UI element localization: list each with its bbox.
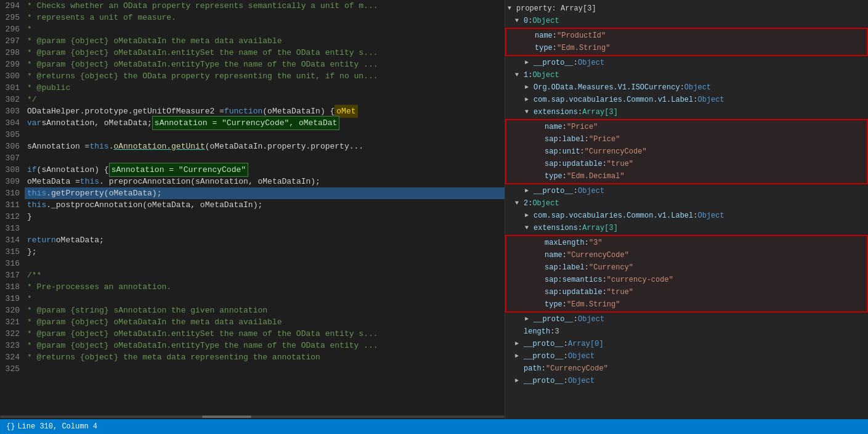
token: sAnnotation, oMetaData;	[41, 117, 152, 129]
token: ._postprocAnnotation(oMetaData, oMetaDat…	[46, 199, 262, 211]
tree-node[interactable]: ► __proto__ : Object	[505, 57, 868, 69]
tree-panel[interactable]: ▼ property: Array[3] ▼ 0 : Object name :…	[505, 0, 868, 419]
tree-node[interactable]: sap:semantics : "currency-code"	[506, 274, 867, 286]
line-number: 306	[2, 141, 20, 152]
tree-node-key: com.sap.vocabularies.Common.v1.Label	[533, 210, 693, 221]
tree-value: Object	[697, 94, 724, 105]
tree-node-arrow: ►	[525, 57, 533, 68]
code-content[interactable]: * Checks whether an OData property repre…	[25, 0, 505, 414]
code-line: };	[25, 246, 505, 258]
tree-node[interactable]: name : "CurrencyCode"	[506, 249, 867, 261]
code-line: if (sAnnotation) { sAnnotation = "Curren…	[25, 164, 505, 176]
tree-node[interactable]: sap:label : "Currency"	[506, 261, 867, 274]
code-line: * @param {object} oMetaDataIn.entitySet …	[25, 47, 505, 59]
line-number: 295	[2, 12, 20, 23]
tree-value: Object	[684, 82, 711, 93]
tree-node[interactable]: ► __proto__ : Array[0]	[505, 338, 868, 350]
tree-value: Object	[578, 314, 604, 325]
tree-value: "Price"	[589, 134, 620, 145]
line-number: 305	[2, 129, 20, 141]
code-line: * @param {object} oMetaDataIn the meta d…	[25, 35, 505, 47]
code-line: * @returns {object} the meta data repres…	[25, 351, 505, 363]
code-line	[25, 258, 505, 269]
token: * @param {object} oMetaDataIn.entitySet …	[27, 47, 378, 59]
tree-node-key: sap:updatable	[545, 158, 602, 170]
tree-value: "Edm.String"	[567, 299, 620, 310]
tree-value: Object	[532, 198, 559, 209]
scrollbar-thumb[interactable]	[202, 416, 251, 418]
tree-node[interactable]: ▼ extensions : Array[3]	[505, 106, 868, 118]
status-icon: {}	[6, 422, 15, 431]
tree-value: "3"	[589, 237, 602, 248]
tree-colon: :	[574, 57, 578, 68]
tree-value: 3	[554, 326, 559, 337]
tree-node[interactable]: name : "Price"	[506, 121, 867, 133]
code-line: * @param {object} oMetaDataIn the meta d…	[25, 316, 505, 328]
line-number: 298	[2, 47, 20, 59]
tree-node-key: __proto__	[533, 314, 574, 325]
code-line	[25, 152, 505, 164]
tree-root-arrow: ▼	[508, 3, 516, 14]
tree-node[interactable]: ► __proto__ : Object	[505, 350, 868, 362]
tree-colon: :	[562, 121, 567, 133]
code-line	[25, 223, 505, 234]
token: oAnnotation.getUnit	[113, 141, 205, 152]
token: oMetaData =	[27, 176, 80, 187]
code-line: * Pre-processes an annotation.	[25, 281, 505, 293]
tree-node[interactable]: name : "ProductId"	[506, 30, 867, 42]
code-line: */	[25, 94, 505, 105]
tree-colon: :	[680, 82, 684, 93]
tree-title: ▼ property: Array[3]	[505, 2, 868, 15]
tree-node-key: name	[545, 121, 562, 133]
tree-colon: :	[528, 198, 532, 209]
tree-node-arrow: ▼	[515, 198, 524, 209]
tree-node[interactable]: path : "CurrencyCode"	[505, 362, 868, 375]
token: sAnnotation = "CurrencyCode", oMetaDat	[152, 116, 339, 130]
tree-node[interactable]: ► com.sap.vocabularies.Common.v1.Label :…	[505, 94, 868, 106]
tree-node[interactable]: sap:updatable : "true"	[506, 158, 867, 170]
line-number: 324	[2, 351, 20, 363]
line-number: 304	[2, 117, 20, 129]
tree-node[interactable]: sap:unit : "CurrencyCode"	[506, 145, 867, 158]
tree-node[interactable]: type : "Edm.String"	[506, 298, 867, 311]
tree-colon: :	[578, 223, 582, 234]
tree-node[interactable]: type : "Edm.String"	[506, 42, 867, 54]
tree-value: Object	[532, 70, 559, 81]
code-line: * @returns {object} the OData property r…	[25, 70, 505, 82]
token: * @returns {object} the meta data repres…	[27, 351, 320, 363]
tree-colon: :	[585, 134, 589, 145]
line-number: 307	[2, 152, 20, 164]
tree-value: "Edm.Decimal"	[567, 171, 625, 182]
tree-node[interactable]: ► __proto__ : Object	[505, 185, 868, 197]
line-number: 314	[2, 234, 20, 246]
line-number: 312	[2, 211, 20, 223]
code-line: * @public	[25, 82, 505, 94]
tree-node[interactable]: ► __proto__ : Object	[505, 375, 868, 387]
tree-node[interactable]: length : 3	[505, 326, 868, 338]
tree-node[interactable]: ► Org.OData.Measures.V1.ISOCurrency : Ob…	[505, 81, 868, 94]
tree-node[interactable]: ▼ 0 : Object	[505, 15, 868, 27]
tree-node[interactable]: ► com.sap.vocabularies.Common.v1.Label :…	[505, 210, 868, 222]
tree-node-arrow: ►	[515, 338, 524, 350]
tree-node-key: type	[535, 43, 553, 54]
tree-node-arrow: ►	[525, 210, 533, 221]
main-container: 2942952962972982993003013023033043053063…	[0, 0, 868, 419]
tree-node[interactable]: ► __proto__ : Object	[505, 313, 868, 326]
line-number: 301	[2, 82, 20, 94]
tree-node[interactable]: sap:label : "Price"	[506, 133, 867, 145]
tree-node[interactable]: maxLength : "3"	[506, 237, 867, 249]
tree-node[interactable]: ▼ 1 : Object	[505, 69, 868, 81]
code-line: * Checks whether an OData property repre…	[25, 0, 505, 12]
tree-node[interactable]: sap:updatable : "true"	[506, 286, 867, 298]
tree-node[interactable]: type : "Edm.Decimal"	[506, 170, 867, 182]
code-line: * @param {object} oMetaDataIn.entityType…	[25, 59, 505, 70]
tree-node[interactable]: ▼ 2 : Object	[505, 197, 868, 210]
tree-node-key: sap:label	[545, 262, 585, 273]
tree-value: "true"	[607, 158, 633, 170]
token: * @param {object} oMetaDataIn.entityType…	[27, 340, 378, 351]
tree-node-key: __proto__	[533, 57, 574, 68]
line-number: 303	[2, 105, 20, 117]
line-number: 323	[2, 340, 20, 351]
tree-node[interactable]: ▼ extensions : Array[3]	[505, 222, 868, 234]
horizontal-scrollbar[interactable]	[0, 414, 505, 419]
